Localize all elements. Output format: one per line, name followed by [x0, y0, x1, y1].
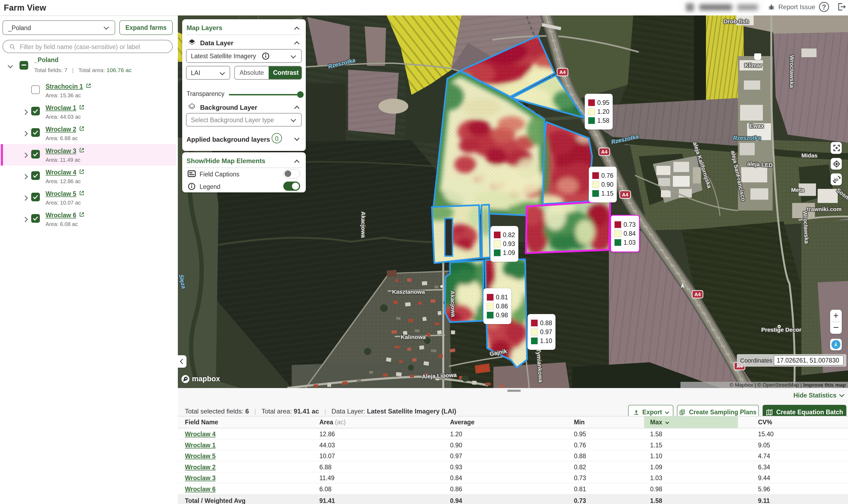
- svg-text:3D: 3D: [834, 178, 838, 182]
